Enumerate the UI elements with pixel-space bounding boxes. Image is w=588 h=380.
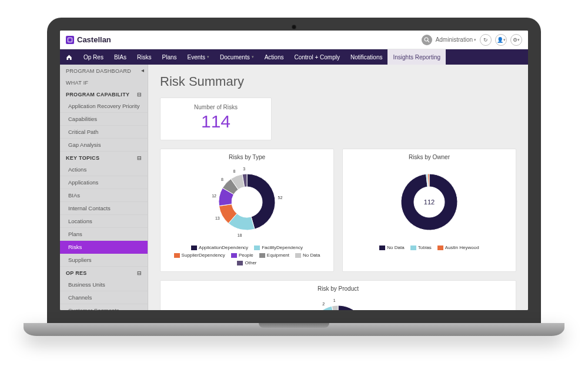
nav-item-control-comply[interactable]: Control + Comply — [289, 49, 345, 65]
nav-tab-insights-reporting[interactable]: Insights Reporting — [387, 49, 446, 65]
legend-item[interactable]: ApplicationDependency — [191, 245, 248, 250]
legend-swatch — [410, 246, 416, 250]
app-screen: Castellan Administration ▾ ↻ 👤▾ ⚙▾ — [60, 31, 528, 310]
legend-item[interactable]: Austin Heywood — [437, 245, 479, 250]
donut-chart-risks-by-owner: 112 — [391, 164, 467, 240]
user-menu-button[interactable]: 👤▾ — [495, 34, 507, 46]
sidebar-item-locations[interactable]: Locations — [60, 215, 148, 228]
chart-legend: No DataTobiasAustin Heywood — [379, 245, 479, 250]
nav-item-actions[interactable]: Actions — [259, 49, 289, 65]
legend-swatch — [437, 246, 443, 250]
nav-item-notifications[interactable]: Notifications — [345, 49, 387, 65]
nav-item-label: Events — [188, 54, 206, 60]
sidebar-section-op-res[interactable]: OP RES⊟ — [60, 267, 148, 278]
donut-segment[interactable] — [332, 305, 338, 310]
legend-label: No Data — [387, 245, 404, 250]
legend-item[interactable]: Other — [237, 260, 256, 265]
search-icon — [424, 37, 430, 43]
legend-label: SupplierDependency — [182, 253, 225, 258]
main-content: Risk Summary Number of Risks 114 Risks b… — [148, 65, 528, 310]
legend-item[interactable]: No Data — [295, 253, 320, 258]
legend-item[interactable]: People — [231, 253, 253, 258]
brand-logo[interactable]: Castellan — [66, 35, 111, 44]
refresh-button[interactable]: ↻ — [480, 34, 492, 46]
legend-label: Equipment — [267, 253, 289, 258]
legend-swatch — [254, 246, 260, 250]
donut-value-label: 8 — [233, 169, 236, 173]
sidebar-item-channels[interactable]: Channels — [60, 291, 148, 304]
chevron-down-icon: ▾ — [474, 38, 476, 42]
chevron-down-icon: ▾ — [207, 55, 209, 59]
nav-item-op-res[interactable]: Op Res — [78, 49, 109, 65]
sidebar-section-key-topics[interactable]: KEY TOPICS⊟ — [60, 152, 148, 163]
administration-label: Administration — [436, 36, 473, 43]
sidebar-item-customer-segments[interactable]: Customer Segments — [60, 304, 148, 310]
nav-item-documents[interactable]: Documents▾ — [215, 49, 259, 65]
donut-value-label: 18 — [238, 233, 242, 237]
sidebar-item-bias[interactable]: BIAs — [60, 189, 148, 202]
legend-item[interactable]: Equipment — [259, 253, 289, 258]
nav-item-risks[interactable]: Risks — [132, 49, 156, 65]
sidebar-link-program-dashboard[interactable]: PROGRAM DASHBOARD — [60, 65, 148, 76]
sidebar-collapse-button[interactable]: ◂ — [141, 67, 144, 73]
legend-item[interactable]: No Data — [379, 245, 404, 250]
sidebar-section-title: KEY TOPICS — [66, 155, 99, 161]
nav-item-bias[interactable]: BIAs — [109, 49, 132, 65]
donut-value-label: 3 — [243, 167, 245, 171]
donut-value-label: 13 — [215, 216, 220, 220]
sidebar-item-plans[interactable]: Plans — [60, 228, 148, 241]
sidebar-item-capabilities[interactable]: Capabilities — [60, 113, 148, 126]
legend-swatch — [191, 246, 197, 250]
chart-card-risks-by-owner: Risks by Owner 112 No DataTobiasAustin H… — [342, 149, 516, 272]
chevron-down-icon: ▾ — [503, 38, 506, 42]
sidebar-section-title: OP RES — [66, 270, 87, 276]
legend-label: FacilityDependency — [262, 245, 303, 250]
nav-item-label: Notifications — [350, 54, 382, 60]
sidebar-section-program-capability[interactable]: PROGRAM CAPABILITY⊟ — [60, 88, 148, 100]
legend-swatch — [259, 253, 265, 258]
nav-home[interactable] — [60, 49, 78, 65]
sidebar-item-internal-contacts[interactable]: Internal Contacts — [60, 202, 148, 215]
search-button[interactable] — [422, 35, 432, 45]
primary-nav: Op ResBIAsRisksPlansEvents▾Documents▾Act… — [60, 49, 528, 65]
nav-item-label: Op Res — [83, 54, 103, 60]
legend-swatch — [231, 253, 237, 258]
collapse-icon: ⊟ — [137, 270, 142, 276]
settings-menu-button[interactable]: ⚙▾ — [510, 34, 522, 46]
svg-line-1 — [427, 41, 429, 42]
sidebar-item-critical-path[interactable]: Critical Path — [60, 126, 148, 139]
brand-name: Castellan — [77, 35, 111, 44]
kpi-value: 114 — [161, 112, 271, 132]
kpi-label: Number of Risks — [161, 104, 271, 110]
collapse-icon: ⊟ — [137, 92, 142, 97]
legend-item[interactable]: SupplierDependency — [174, 253, 225, 258]
sidebar-item-applications[interactable]: Applications — [60, 176, 148, 189]
chevron-down-icon: ▾ — [517, 38, 520, 42]
sidebar-link-what-if[interactable]: WHAT IF — [60, 76, 148, 88]
chevron-down-icon: ▾ — [252, 55, 254, 59]
legend-item[interactable]: FacilityDependency — [254, 245, 303, 250]
chart-card-risks-by-type: Risks by Type 52181312883 ApplicationDep… — [160, 149, 334, 272]
legend-label: No Data — [303, 253, 320, 258]
sidebar-item-risks[interactable]: Risks — [60, 241, 148, 254]
legend-item[interactable]: Tobias — [410, 245, 432, 250]
nav-item-label: Actions — [265, 54, 284, 60]
svg-point-0 — [425, 38, 428, 41]
chart-title: Risk by Product — [166, 285, 510, 292]
nav-tab-label: Insights Reporting — [393, 54, 440, 60]
legend-label: Austin Heywood — [445, 245, 479, 250]
sidebar-section-title: PROGRAM CAPABILITY — [66, 92, 129, 97]
home-icon — [66, 54, 72, 60]
administration-menu[interactable]: Administration ▾ — [436, 36, 476, 43]
legend-label: Other — [245, 260, 256, 265]
sidebar-item-business-units[interactable]: Business Units — [60, 278, 148, 291]
sidebar-item-actions[interactable]: Actions — [60, 163, 148, 176]
sidebar-item-suppliers[interactable]: Suppliers — [60, 254, 148, 267]
sidebar-item-gap-analysis[interactable]: Gap Analysis — [60, 139, 148, 152]
nav-item-label: Documents — [220, 54, 250, 60]
nav-item-events[interactable]: Events▾ — [182, 49, 215, 65]
kpi-card-number-of-risks: Number of Risks 114 — [160, 97, 272, 140]
nav-item-plans[interactable]: Plans — [156, 49, 182, 65]
sidebar-item-application-recovery-priority[interactable]: Application Recovery Priority — [60, 100, 148, 113]
sidebar: ◂ PROGRAM DASHBOARDWHAT IFPROGRAM CAPABI… — [60, 65, 148, 310]
